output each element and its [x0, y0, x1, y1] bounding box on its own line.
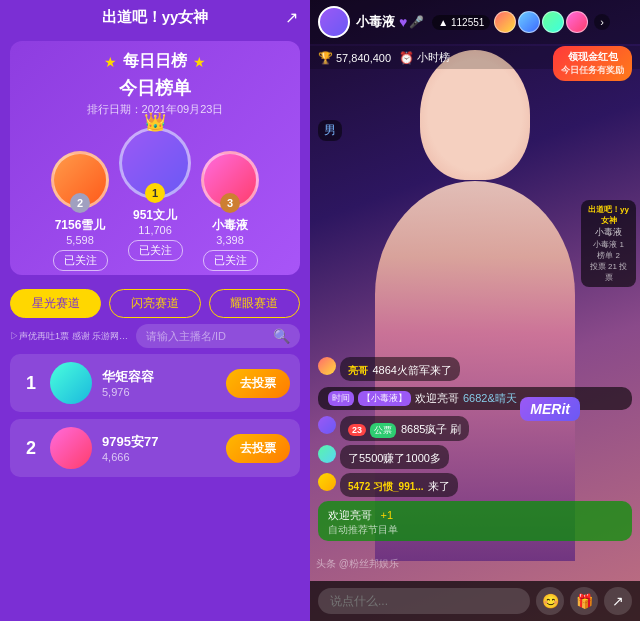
rank2-name: 7156雪儿 — [55, 217, 106, 234]
rank1-name: 951文儿 — [133, 207, 177, 224]
share-button[interactable]: ↗ — [604, 587, 632, 615]
banner-title-row: ★ 每日日榜 ★ — [22, 51, 288, 72]
chat-highlight-text-1: 欢迎亮哥 — [415, 391, 459, 406]
vip-badge: 时间 — [328, 391, 354, 406]
watermark-text: 头条 @粉丝邦娱乐 — [316, 558, 399, 569]
num-badge-23: 23 — [348, 424, 366, 436]
search-input-wrap: 🔍 — [136, 324, 300, 348]
welcome-bar: 欢迎亮哥 +1 自动推荐节目单 — [318, 501, 632, 541]
right-float-panel: 出道吧！yy女神 小毒液 小毒液 1 榜单 2 投票 21 投票 — [581, 200, 636, 287]
list-info-2: 9795安77 4,666 — [102, 433, 226, 463]
streamer-face — [420, 50, 530, 180]
tab-dazzle-track[interactable]: 耀眼赛道 — [209, 289, 300, 318]
chat-bubble-2: 23 公票 8685疯子 刷 — [340, 416, 469, 441]
emoji-button[interactable]: 😊 — [536, 587, 564, 615]
banner-title: 每日日榜 — [123, 51, 187, 72]
crown-icon: 👑 — [144, 111, 166, 133]
chat-message-3: 了5500赚了1000多 — [318, 445, 632, 469]
rank2-avatar-wrap: 2 — [51, 151, 109, 209]
share-icon[interactable]: ↗ — [285, 8, 298, 27]
float-card-rank1: 小毒液 1 — [587, 239, 630, 250]
rank3-score: 3,398 — [216, 234, 244, 246]
chat-text-1: 4864火箭军来了 — [372, 364, 451, 376]
list-item: 1 华矩容容 5,976 去投票 — [10, 354, 300, 412]
chat-avatar-2 — [318, 416, 336, 434]
rank2-badge: 2 — [70, 193, 90, 213]
vote-btn-2[interactable]: 去投票 — [226, 434, 290, 463]
viewer-avatar-2 — [518, 11, 540, 33]
list-score-2: 4,666 — [102, 451, 226, 463]
tab-star-track[interactable]: 星光赛道 — [10, 289, 101, 318]
tabs-row: 星光赛道 闪亮赛道 耀眼赛道 — [0, 281, 310, 324]
search-input[interactable] — [146, 330, 273, 342]
list-avatar-2 — [50, 427, 92, 469]
watermark: 头条 @粉丝邦娱乐 — [316, 553, 399, 571]
more-button[interactable]: › — [594, 14, 610, 30]
chat-bubble-1: 亮哥 4864火箭军来了 — [340, 357, 460, 381]
gender-badge: 男 — [318, 120, 342, 141]
chat-text-2: 8685疯子 刷 — [401, 423, 462, 435]
search-row: ▷声优再吐1票 感谢 乐游网… ●【@】 🔍 — [0, 324, 310, 354]
float-card-vote[interactable]: 投票 21 投票 — [587, 261, 630, 283]
welcome-sub: 自动推荐节目单 — [328, 523, 622, 537]
follower-count: ▲ 112551 — [432, 15, 490, 30]
rank1-avatar-wrap: 👑 1 — [119, 127, 191, 199]
float-card-name: 小毒液 — [587, 226, 630, 239]
rank3-badge: 3 — [220, 193, 240, 213]
top3-rank3: 3 小毒液 3,398 已关注 — [201, 151, 259, 271]
time-stat: ⏰ 小时榜 — [399, 50, 450, 65]
search-hint: ▷声优再吐1票 感谢 乐游网… ●【@】 — [10, 330, 130, 343]
search-button[interactable]: 🔍 — [273, 328, 290, 344]
chat-message-4: 5472 习惯_991... 来了 — [318, 473, 632, 497]
merit-badge: MERit — [520, 397, 580, 421]
red-packet-button[interactable]: 领现金红包 今日任务有奖励 — [553, 46, 632, 81]
chat-avatar-3 — [318, 445, 336, 463]
rank1-follow-btn[interactable]: 已关注 — [128, 240, 183, 261]
list-name-2: 9795安77 — [102, 433, 226, 451]
time-label: 小时榜 — [417, 50, 450, 65]
chat-message-2: 23 公票 8685疯子 刷 — [318, 416, 632, 441]
tab-shiny-track[interactable]: 闪亮赛道 — [109, 289, 200, 318]
list-rank-1: 1 — [20, 373, 42, 394]
rank2-score: 5,598 — [66, 234, 94, 246]
rank2-follow-btn[interactable]: 已关注 — [53, 250, 108, 271]
chat-username-4: 5472 习惯_991... — [348, 481, 424, 492]
viewer-avatar-3 — [542, 11, 564, 33]
list-info-1: 华矩容容 5,976 — [102, 368, 226, 398]
mic-icon: 🎤 — [409, 15, 424, 29]
gift-stat: 🏆 57,840,400 — [318, 51, 391, 65]
chat-bubble-3: 了5500赚了1000多 — [340, 445, 449, 469]
star-left-icon: ★ — [104, 54, 117, 70]
list-container: 1 华矩容容 5,976 去投票 2 9795安77 4,666 去投票 — [0, 354, 310, 621]
float-card-title: 出道吧！yy女神 — [587, 204, 630, 226]
left-header: 出道吧！yy女神 ↗ — [0, 0, 310, 35]
chat-message-1: 亮哥 4864火箭军来了 — [318, 357, 632, 381]
ranking-title: 今日榜单 — [22, 76, 288, 100]
daily-banner: ★ 每日日榜 ★ 今日榜单 排行日期：2021年09月23日 2 7156雪儿 … — [10, 41, 300, 275]
right-bottom-bar: 😊 🎁 ↗ — [310, 581, 640, 621]
chat-bubble-4: 5472 习惯_991... 来了 — [340, 473, 458, 497]
list-score-1: 5,976 — [102, 386, 226, 398]
star-right-icon: ★ — [193, 54, 206, 70]
viewer-avatar-1 — [494, 11, 516, 33]
plus-one-icon: +1 — [380, 509, 393, 521]
gift-button[interactable]: 🎁 — [570, 587, 598, 615]
page-title: 出道吧！yy女神 — [102, 8, 209, 27]
right-panel: 小毒液 ♥ 🎤 ▲ 112551 › 🏆 57,840,400 ⏰ 小时榜 更多… — [310, 0, 640, 621]
streamer-avatar[interactable] — [318, 6, 350, 38]
chat-username-1: 亮哥 — [348, 365, 368, 376]
welcome-text: 欢迎亮哥 — [328, 509, 372, 521]
rank3-follow-btn[interactable]: 已关注 — [203, 250, 258, 271]
chat-highlight-1: 时间 【小毒液】 欢迎亮哥 6682&晴天 — [318, 387, 632, 410]
float-card-rank2: 榜单 2 — [587, 250, 630, 261]
chat-area: 亮哥 4864火箭军来了 时间 【小毒液】 欢迎亮哥 6682&晴天 23 公票… — [310, 357, 640, 541]
chat-avatar-1 — [318, 357, 336, 375]
chat-text-4: 来了 — [428, 480, 450, 492]
viewer-avatar-4 — [566, 11, 588, 33]
vote-btn-1[interactable]: 去投票 — [226, 369, 290, 398]
streamer-name: 小毒液 — [356, 13, 395, 31]
top3-row: 2 7156雪儿 5,598 已关注 👑 1 951文儿 11,706 已关注 — [22, 127, 288, 261]
viewer-avatars — [494, 11, 590, 33]
chat-input[interactable] — [318, 588, 530, 614]
rank3-name: 小毒液 — [212, 217, 248, 234]
